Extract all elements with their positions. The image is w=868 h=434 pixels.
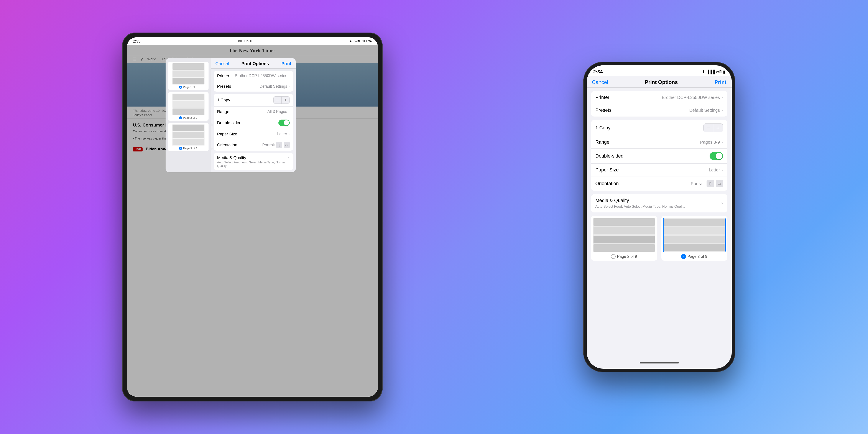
iphone-thumb-label-2: Page 2 of 9 xyxy=(611,254,637,259)
iphone-po-printer-row[interactable]: Printer Brother DCP-L2550DW series › xyxy=(591,91,727,104)
ipad-time: 2:35 xyxy=(133,39,141,43)
iphone-landscape-icon[interactable]: ▭ xyxy=(716,180,723,187)
ipad-po-printer-label: Printer xyxy=(217,73,229,78)
ipad-po-range-chevron: › xyxy=(288,110,289,114)
iphone-po-papersize-label: Paper Size xyxy=(595,167,619,173)
ipad-portrait-icon[interactable]: ▯ xyxy=(276,142,282,148)
iphone-po-presets-label: Presets xyxy=(595,107,612,113)
ipad-cancel-button[interactable]: Cancel xyxy=(215,61,229,66)
iphone-po-copies-row: 1 Copy − + xyxy=(591,120,727,136)
ipad-page-thumb-3[interactable]: Page 3 of 3 xyxy=(168,123,209,151)
ipad-thumb-label-1: Page 1 of 3 xyxy=(179,86,197,89)
ipad-po-settings-section: 1 Copy − + Range xyxy=(214,94,293,151)
ipad-copies-stepper[interactable]: − + xyxy=(273,96,290,104)
iphone-po-range-row[interactable]: Range Pages 3-9 › xyxy=(591,136,727,149)
iphone-po-printer-chevron: › xyxy=(722,95,723,100)
iphone-po-presets-value: Default Settings › xyxy=(689,108,723,113)
iphone-po-mq-section[interactable]: Media & Quality Auto Select Feed, Auto S… xyxy=(591,194,727,212)
iphone-signal-bars: ▐▐▐ xyxy=(706,70,715,74)
iphone-po-mq-sub: Auto Select Feed, Auto Select Media Type… xyxy=(595,204,721,209)
iphone-po-papersize-value: Letter › xyxy=(709,167,723,173)
iphone-thumb-img-2 xyxy=(593,218,655,252)
ipad-po-mq-sub: Auto Select Feed, Auto Select Media Type… xyxy=(217,161,288,167)
iphone-po-doublesided-row: Double-sided xyxy=(591,149,727,164)
ipad-thumb-img-1 xyxy=(172,63,205,85)
ipad-landscape-icon[interactable]: ▭ xyxy=(284,142,290,148)
iphone-po-header: Cancel Print Options Print xyxy=(587,76,732,88)
iphone-copies-increment[interactable]: + xyxy=(713,124,723,132)
ipad-thumb-check-1 xyxy=(179,86,182,89)
iphone-po-papersize-row[interactable]: Paper Size Letter › xyxy=(591,164,727,177)
ipad-status-bar: 2:35 Thu Jun 10 ▲ wifi 100% xyxy=(127,37,378,45)
ipad-po-presets-row[interactable]: Presets Default Settings › xyxy=(214,81,293,92)
iphone-po-printer-value: Brother DCP-L2550DW series › xyxy=(662,95,723,100)
ipad-orientation-icons[interactable]: ▯ ▭ xyxy=(276,142,290,148)
ipad-po-printer-chevron: › xyxy=(288,74,289,78)
iphone-copies-decrement[interactable]: − xyxy=(704,124,713,132)
ipad-po-orientation-value: Portrait ▯ ▭ xyxy=(262,142,289,148)
iphone-portrait-icon[interactable]: ▯ xyxy=(707,180,714,187)
iphone-thumb-page3[interactable]: ✓ Page 3 of 9 xyxy=(661,216,727,260)
ipad-po-papersize-chevron: › xyxy=(288,132,289,136)
ipad-po-orientation-label: Orientation xyxy=(217,143,238,147)
iphone-page-thumbnails[interactable]: Page 2 of 9 ✓ Page 3 of 9 xyxy=(587,212,732,260)
ipad-copies-increment[interactable]: + xyxy=(282,97,289,103)
iphone-po-doublesided-label: Double-sided xyxy=(595,153,624,159)
ipad-po-orientation-row: Orientation Portrait ▯ ▭ xyxy=(214,139,293,151)
ipad-po-range-row[interactable]: Range All 3 Pages › xyxy=(214,106,293,117)
ipad-print-button[interactable]: Print xyxy=(281,61,291,66)
iphone-cancel-button[interactable]: Cancel xyxy=(592,79,608,85)
iphone-location-icon: ⬆ xyxy=(702,69,705,74)
iphone-screen: 2:34 ⬆ ▐▐▐ wifi ▮ Cancel Print Options P… xyxy=(587,65,732,369)
ipad-po-mq-left: Media & Quality Auto Select Feed, Auto S… xyxy=(217,155,288,167)
iphone-po-printer-section: Printer Brother DCP-L2550DW series › Pre… xyxy=(591,91,727,117)
iphone-status-icons: ⬆ ▐▐▐ wifi ▮ xyxy=(702,69,725,74)
iphone-device: 2:34 ⬆ ▐▐▐ wifi ▮ Cancel Print Options P… xyxy=(583,62,735,372)
iphone-po-range-chevron: › xyxy=(722,140,723,145)
iphone-po-mq-row[interactable]: Media & Quality Auto Select Feed, Auto S… xyxy=(591,194,727,212)
iphone-po-presets-chevron: › xyxy=(722,108,723,113)
iphone-print-button[interactable]: Print xyxy=(715,79,726,85)
iphone-po-orientation-value: Portrait ▯ ▭ xyxy=(691,180,723,187)
ipad-po-printer-row[interactable]: Printer Brother DCP-L2550DW series › xyxy=(214,71,293,81)
ipad-po-header: Cancel Print Options Print xyxy=(211,58,296,69)
iphone-thumb-page2[interactable]: Page 2 of 9 xyxy=(591,216,657,260)
iphone-po-mq-label: Media & Quality xyxy=(595,198,721,203)
ipad-signal-icon: ▲ xyxy=(349,39,352,43)
iphone-orientation-icons[interactable]: ▯ ▭ xyxy=(707,180,723,187)
ipad-thumb-label-2: Page 2 of 3 xyxy=(179,116,197,119)
ipad-thumb-img-2 xyxy=(172,94,205,115)
print-panel-overlay: Page 1 of 3 xyxy=(127,45,378,397)
ipad-wifi-icon: wifi xyxy=(354,39,360,43)
ipad-po-papersize-value: Letter › xyxy=(277,132,289,136)
iphone-thumb-img-3 xyxy=(663,218,726,252)
ipad-po-copies-row: 1 Copy − + xyxy=(214,94,293,106)
iphone-home-indicator xyxy=(640,362,679,364)
ipad-po-range-label: Range xyxy=(217,110,229,114)
iphone-thumb-circle-2 xyxy=(611,254,616,259)
ipad-po-mq-label: Media & Quality xyxy=(217,155,288,160)
iphone-copies-stepper[interactable]: − + xyxy=(703,123,723,132)
iphone-wifi-icon: wifi xyxy=(716,70,722,74)
ipad-page-thumb-2[interactable]: Page 2 of 3 xyxy=(168,92,209,121)
ipad-doublesided-toggle[interactable] xyxy=(278,120,290,126)
iphone-doublesided-toggle[interactable] xyxy=(710,152,723,160)
ipad-thumb-label-3: Page 3 of 3 xyxy=(179,147,197,150)
ipad-page-thumbnails[interactable]: Page 1 of 3 xyxy=(165,58,211,172)
ipad-po-mq-row[interactable]: Media & Quality Auto Select Feed, Auto S… xyxy=(214,153,293,170)
ipad-po-presets-chevron: › xyxy=(288,85,289,88)
iphone-po-presets-row[interactable]: Presets Default Settings › xyxy=(591,104,727,117)
ipad-po-presets-label: Presets xyxy=(217,84,231,89)
ipad-status-right: ▲ wifi 100% xyxy=(349,39,372,43)
ipad-po-mq-section[interactable]: Media & Quality Auto Select Feed, Auto S… xyxy=(214,153,293,170)
ipad-po-printer-value: Brother DCP-L2550DW series › xyxy=(235,73,289,78)
ipad-content-area: The New York Times ☰ ⚲ World U.S. Politi… xyxy=(127,45,378,397)
ipad-copies-decrement[interactable]: − xyxy=(274,97,281,103)
iphone-po-copies-label: 1 Copy xyxy=(595,125,611,131)
ipad-po-papersize-row[interactable]: Paper Size Letter › xyxy=(214,129,293,139)
iphone-po-printer-label: Printer xyxy=(595,95,610,100)
ipad-page-thumb-1[interactable]: Page 1 of 3 xyxy=(168,62,209,90)
ipad-po-presets-value: Default Settings › xyxy=(259,84,289,89)
ipad-po-doublesided-label: Double-sided xyxy=(217,120,242,125)
iphone-po-orientation-label: Orientation xyxy=(595,181,619,186)
